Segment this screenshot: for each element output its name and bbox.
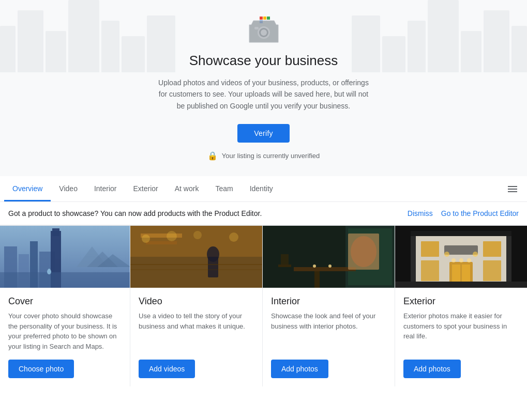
lock-icon: 🔒 xyxy=(207,151,218,161)
video-card-image xyxy=(130,226,262,288)
svg-rect-15 xyxy=(0,272,130,288)
unverified-text: Your listing is currently unverified xyxy=(222,152,320,160)
tab-team[interactable]: Team xyxy=(207,176,241,201)
svg-rect-35 xyxy=(294,267,356,271)
cover-card-image xyxy=(0,226,130,288)
exterior-card-desc: Exterior photos make it easier for custo… xyxy=(403,311,519,351)
hero-content: Showcase your business Upload photos and… xyxy=(10,15,517,161)
svg-rect-48 xyxy=(421,260,439,281)
hamburger-icon xyxy=(506,183,519,195)
verify-button[interactable]: Verify xyxy=(237,124,290,143)
tab-video[interactable]: Video xyxy=(51,176,86,201)
choose-photo-button[interactable]: Choose photo xyxy=(8,360,74,378)
svg-rect-2 xyxy=(267,17,270,20)
tab-identity[interactable]: Identity xyxy=(242,176,281,201)
svg-rect-50 xyxy=(483,260,501,281)
camera-icon-wrap xyxy=(247,15,280,46)
tabs-more-button[interactable] xyxy=(502,179,523,199)
cover-card-desc: Your cover photo should showcase the per… xyxy=(8,311,122,351)
exterior-card-image xyxy=(395,226,527,288)
banner-text: Got a product to showcase? You can now a… xyxy=(8,209,262,217)
hero-section: Showcase your business Upload photos and… xyxy=(0,0,527,176)
svg-point-38 xyxy=(351,236,377,267)
exterior-card-body: Exterior Exterior photos make it easier … xyxy=(395,288,527,386)
interior-card: Interior Showcase the look and feel of y… xyxy=(263,226,395,386)
svg-rect-45 xyxy=(411,231,511,236)
tabs-bar: Overview Video Interior Exterior At work… xyxy=(0,176,527,202)
cover-card-body: Cover Your cover photo should showcase t… xyxy=(0,288,130,386)
tab-at-work[interactable]: At work xyxy=(167,176,207,201)
svg-point-26 xyxy=(167,231,177,241)
exterior-card-title: Exterior xyxy=(403,296,519,307)
svg-rect-22 xyxy=(146,241,177,244)
svg-point-58 xyxy=(444,252,449,257)
svg-point-27 xyxy=(193,231,202,239)
svg-rect-14 xyxy=(52,228,59,236)
svg-point-6 xyxy=(261,29,267,36)
video-card-desc: Use a video to tell the story of your bu… xyxy=(139,311,254,351)
add-videos-button[interactable]: Add videos xyxy=(139,360,195,378)
svg-point-57 xyxy=(467,258,471,262)
svg-rect-54 xyxy=(444,245,478,255)
svg-rect-49 xyxy=(483,241,501,257)
svg-point-28 xyxy=(229,232,238,242)
svg-rect-1 xyxy=(263,17,266,20)
video-thumbnail-svg xyxy=(130,226,262,288)
svg-point-41 xyxy=(313,265,316,268)
svg-point-55 xyxy=(451,258,456,262)
exterior-card: Exterior Exterior photos make it easier … xyxy=(395,226,527,386)
svg-rect-0 xyxy=(260,17,263,20)
svg-rect-52 xyxy=(452,265,460,283)
hero-title: Showcase your business xyxy=(10,53,517,69)
camera-icon xyxy=(247,15,280,44)
unverified-notice: 🔒 Your listing is currently unverified xyxy=(10,151,517,161)
cover-card: Cover Your cover photo should showcase t… xyxy=(0,226,130,386)
add-exterior-photos-button[interactable]: Add photos xyxy=(403,360,461,378)
video-card: Video Use a video to tell the story of y… xyxy=(130,226,263,386)
svg-point-25 xyxy=(142,235,150,243)
tab-overview[interactable]: Overview xyxy=(4,176,51,201)
svg-rect-40 xyxy=(281,254,289,265)
interior-card-body: Interior Showcase the look and feel of y… xyxy=(263,288,395,386)
dismiss-link[interactable]: Dismiss xyxy=(408,209,433,217)
interior-card-image xyxy=(263,226,395,288)
interior-card-desc: Showcase the look and feel of your busin… xyxy=(271,311,386,351)
svg-rect-39 xyxy=(278,265,291,267)
banner-actions: Dismiss Go to the Product Editor xyxy=(408,209,519,217)
svg-rect-7 xyxy=(254,27,259,29)
interior-thumbnail-svg xyxy=(263,226,395,288)
svg-point-56 xyxy=(459,258,463,262)
video-card-body: Video Use a video to tell the story of y… xyxy=(130,288,262,386)
product-editor-link[interactable]: Go to the Product Editor xyxy=(441,209,519,217)
svg-rect-36 xyxy=(314,271,320,288)
cover-card-title: Cover xyxy=(8,296,122,307)
svg-point-59 xyxy=(473,252,478,257)
svg-rect-53 xyxy=(462,265,470,283)
svg-rect-24 xyxy=(208,257,218,277)
city-skyline-svg xyxy=(0,226,130,288)
hero-description: Upload photos and videos of your busines… xyxy=(155,77,372,112)
interior-card-title: Interior xyxy=(271,296,386,307)
svg-rect-60 xyxy=(395,282,527,288)
svg-rect-32 xyxy=(263,226,345,288)
add-interior-photos-button[interactable]: Add photos xyxy=(271,360,328,378)
tab-interior[interactable]: Interior xyxy=(86,176,125,201)
svg-rect-47 xyxy=(421,241,439,257)
video-card-title: Video xyxy=(139,296,254,307)
tabs-list: Overview Video Interior Exterior At work… xyxy=(4,176,502,201)
product-banner: Got a product to showcase? You can now a… xyxy=(0,202,527,225)
cards-grid: Cover Your cover photo should showcase t… xyxy=(0,225,527,386)
svg-point-42 xyxy=(328,265,332,268)
tab-exterior[interactable]: Exterior xyxy=(125,176,167,201)
exterior-thumbnail-svg xyxy=(395,226,527,288)
